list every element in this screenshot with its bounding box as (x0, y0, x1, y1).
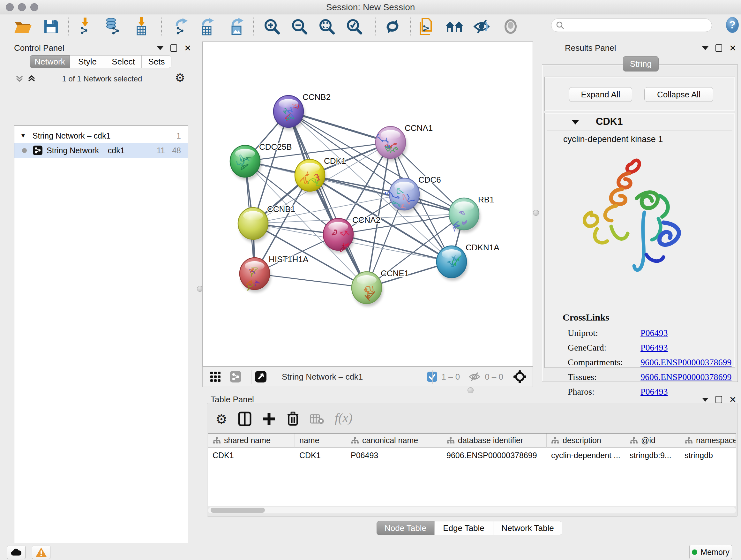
column-header-canonical-name[interactable]: canonical name (346, 434, 442, 448)
node-label: CCNA1 (405, 123, 433, 133)
memory-button[interactable]: Memory (689, 545, 732, 559)
collection-expander-icon[interactable]: ▼ (20, 132, 26, 139)
table-cell[interactable]: CDK1 (208, 448, 295, 462)
network-badge-icon[interactable] (229, 371, 242, 383)
tab-string[interactable]: String (623, 56, 659, 71)
table-cell[interactable]: 9606.ENSP00000378699 (442, 448, 547, 462)
collection-count: 1 (177, 131, 181, 140)
refresh-layout-button[interactable] (382, 17, 403, 36)
zoom-out-button[interactable] (289, 17, 310, 36)
import-network-database-button[interactable] (103, 17, 123, 36)
table-panel-float-icon[interactable] (716, 396, 722, 403)
results-panel-float-icon[interactable] (716, 44, 722, 52)
search-input[interactable] (564, 20, 699, 30)
help-button[interactable]: ? (724, 16, 741, 34)
zoom-fit-button[interactable] (317, 17, 337, 36)
table-horizontal-scrollbar[interactable] (208, 507, 736, 513)
table-cell[interactable]: cyclin-dependent ... (547, 448, 625, 462)
network-row-selected[interactable]: String Network – cdk1 11 48 (14, 143, 188, 158)
network-canvas[interactable]: CCNB2CCNA1CDC25BCDK1CDC6RB1CCNB1CCNA2CDK… (202, 42, 533, 367)
toolbar-separator (68, 17, 69, 36)
show-hide-graphics-details-button[interactable] (445, 17, 465, 36)
crosslink-link[interactable]: 9606.ENSP00000378699 (641, 372, 731, 382)
tab-edge-table[interactable]: Edge Table (434, 521, 493, 535)
tab-select[interactable]: Select (105, 55, 142, 68)
column-header-namespace[interactable]: namespace (680, 434, 736, 448)
export-network-button[interactable] (171, 17, 192, 36)
network-node-ccna1[interactable] (376, 126, 407, 161)
delete-column-trash-icon[interactable] (286, 411, 300, 426)
birdseye-view-button[interactable] (500, 17, 521, 36)
open-in-window-icon[interactable] (254, 370, 267, 383)
network-collection-row[interactable]: ▼ String Network – cdk1 1 (14, 128, 188, 143)
table-cell[interactable]: CDK1 (295, 448, 346, 462)
column-header-name[interactable]: name (295, 434, 346, 448)
tab-network-table[interactable]: Network Table (493, 521, 562, 535)
table-cell[interactable]: stringdb:9... (625, 448, 680, 462)
tab-network[interactable]: Network (30, 55, 70, 68)
table-cell[interactable]: P06493 (346, 448, 442, 462)
network-edge[interactable] (255, 273, 367, 288)
network-node-cdk1[interactable] (295, 159, 326, 194)
table-panel-close-icon[interactable]: ✕ (729, 396, 737, 403)
network-node-cdc25b[interactable] (230, 145, 261, 180)
crosslink-link[interactable]: 9606.ENSP00000378699 (641, 357, 731, 368)
network-options-gear-icon[interactable]: ⚙ (175, 71, 185, 84)
table-settings-gear-icon[interactable]: ⚙ (215, 412, 227, 427)
network-node-rb1[interactable] (449, 198, 480, 233)
warning-button[interactable] (32, 546, 51, 559)
save-session-button[interactable] (41, 17, 61, 36)
control-panel-float-icon[interactable] (171, 44, 177, 52)
expand-all-networks-icon[interactable] (27, 74, 37, 83)
left-splitter[interactable] (197, 42, 202, 543)
show-columns-icon[interactable] (238, 412, 252, 426)
column-header--id[interactable]: @id (625, 434, 680, 448)
control-panel-menu-icon[interactable] (157, 46, 163, 50)
network-node-ccnb1[interactable] (238, 207, 269, 242)
network-node-ccnb2[interactable] (273, 96, 305, 130)
control-panel-close-icon[interactable]: ✕ (184, 45, 192, 51)
export-table-button[interactable] (197, 17, 218, 36)
tab-style[interactable]: Style (70, 55, 105, 68)
network-node-ccne1[interactable] (352, 272, 383, 307)
crosslink-link[interactable]: P06493 (641, 343, 668, 353)
tab-node-table[interactable]: Node Table (377, 521, 434, 535)
table-panel-menu-icon[interactable] (702, 398, 709, 401)
right-splitter-handle[interactable] (533, 210, 539, 216)
results-panel-close-icon[interactable]: ✕ (729, 45, 737, 51)
clone-network-button[interactable] (416, 17, 436, 36)
open-session-button[interactable] (13, 17, 33, 36)
cloud-button[interactable] (7, 546, 25, 559)
protein-card-expander-icon[interactable] (571, 120, 579, 125)
network-node-ccna2[interactable] (323, 219, 354, 253)
results-panel-menu-icon[interactable] (702, 46, 709, 50)
tab-sets[interactable]: Sets (142, 55, 172, 68)
table-scrollbar-thumb[interactable] (211, 508, 265, 513)
expand-all-button[interactable]: Expand All (569, 87, 632, 102)
export-image-button[interactable] (227, 17, 247, 36)
search-field[interactable] (551, 18, 712, 32)
protein-description: cyclin-dependent kinase 1 (563, 134, 663, 144)
grid-view-icon[interactable] (210, 371, 221, 382)
column-header-database-identifier[interactable]: database identifier (442, 434, 547, 448)
column-header-shared-name[interactable]: shared name (208, 434, 295, 448)
network-node-cdc6[interactable] (386, 178, 421, 213)
table-cell[interactable]: stringdb (680, 448, 736, 462)
column-header-label: database identifier (458, 436, 523, 445)
collapse-all-button[interactable]: Collapse All (644, 87, 713, 102)
network-node-hist1h1a[interactable] (240, 258, 271, 293)
crosslink-link[interactable]: P06493 (641, 328, 668, 338)
right-splitter[interactable] (533, 42, 539, 393)
add-column-icon[interactable] (262, 412, 276, 426)
import-network-file-button[interactable] (75, 17, 95, 36)
zoom-in-button[interactable] (262, 17, 282, 36)
hide-selected-button[interactable] (472, 17, 492, 36)
column-header-description[interactable]: description (547, 434, 625, 448)
network-graph[interactable]: CCNB2CCNA1CDC25BCDK1CDC6RB1CCNB1CCNA2CDK… (203, 42, 533, 366)
function-builder-icon[interactable]: f(x) (335, 410, 353, 425)
network-node-cdkn1a[interactable] (436, 246, 468, 281)
import-table-button[interactable] (131, 17, 151, 36)
zoom-selected-button[interactable] (344, 17, 364, 36)
delete-table-icon[interactable] (310, 414, 325, 425)
collapse-all-networks-icon[interactable] (15, 74, 24, 83)
